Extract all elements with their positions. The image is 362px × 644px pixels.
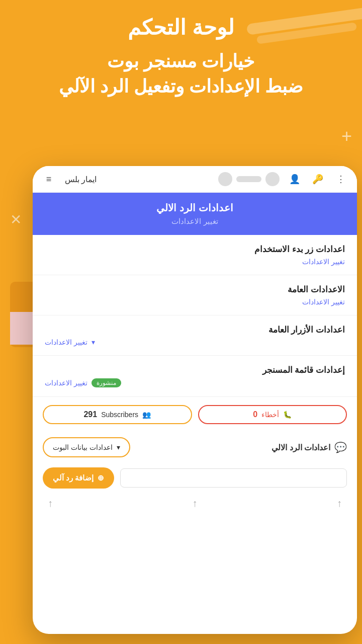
blue-card-title: اعدادات الرد الالي [43,202,347,214]
bg-x-icon: ✕ [10,211,22,228]
search-input[interactable] [120,468,347,488]
published-badge: منشورة [92,378,121,387]
settings-item-link-0[interactable]: تغيير الاعدادات [45,258,345,266]
settings-item-row-3: منشورة تغيير الاعدادات [45,378,345,387]
settings-list: اعدادات زر بدء الاستخدام تغيير الاعدادات… [33,235,357,397]
bot-settings-arrow: ▾ [117,443,120,451]
settings-item-buttons: اعدادات الأزرار العامة ▾ تغيير الاعدادات [33,315,357,356]
settings-item-link-3[interactable]: تغيير الاعدادات [45,379,87,387]
settings-item-messenger: إعدادات قائمة المسنجر منشورة تغيير الاعد… [33,356,357,397]
add-reply-button[interactable]: ⊕ إضافة رد آلي [43,467,114,489]
toggle-circle2 [265,172,280,186]
subtitle-line1: خيارات مسنجر بوت [0,49,362,74]
dots-menu-icon[interactable]: ⋮ [333,171,349,187]
phone-topbar: ≡ ايمار بلس 👤 🔑 ⋮ [33,166,357,193]
menu-icon[interactable]: ≡ [41,171,57,187]
settings-item-start: اعدادات زر بدء الاستخدام تغيير الاعدادات [33,235,357,275]
bottom-arrows: ↑ ↑ ↑ [33,494,357,512]
auto-reply-label: اعدادات الرد الالي [272,443,330,452]
arrow-up-right: ↑ [337,498,342,509]
add-reply-icon: ⊕ [98,473,104,482]
subscribers-count: 291 [83,410,97,419]
topbar-right: 👤 🔑 ⋮ [218,171,349,187]
action-row: 💬 اعدادات الرد الالي ▾ اعدادات بيانات ال… [33,432,357,462]
errors-count: 0 [253,410,257,419]
page-subtitle: خيارات مسنجر بوت ضبط الإعدادات وتفعيل ال… [0,49,362,100]
settings-item-link-1[interactable]: تغيير الاعدادات [45,298,345,306]
add-reply-row: ⊕ إضافة رد آلي [33,462,357,494]
user-icon[interactable]: 👤 [287,171,303,187]
errors-label: أخطاء [261,411,279,419]
settings-item-title-3: إعدادات قائمة المسنجر [45,365,345,375]
auto-reply-settings-card: اعدادات الرد الالي تغيير الاعدادات [33,193,357,235]
bot-settings-label: اعدادات بيانات البوت [53,443,113,451]
settings-item-link-2[interactable]: تغيير الاعدادات [45,338,87,346]
subscribers-icon: 👥 [142,411,151,419]
settings-item-row-2: ▾ تغيير الاعدادات [45,338,345,346]
settings-item-title-2: اعدادات الأزرار العامة [45,325,345,335]
toggle-bar [236,176,261,182]
settings-item-title-1: الاعدادات العامة [45,284,345,295]
subscribers-badge: 291 Subscribers 👥 [43,405,192,424]
page-title: لوحة التحكم [0,15,362,40]
stats-row: 291 Subscribers 👥 0 أخطاء 🐛 [33,397,357,432]
auto-reply-settings-btn[interactable]: 💬 اعدادات الرد الالي [272,441,347,453]
settings-item-title-0: اعدادات زر بدء الاستخدام [45,244,345,255]
header-section: لوحة التحكم خيارات مسنجر بوت ضبط الإعداد… [0,15,362,100]
errors-icon: 🐛 [283,411,292,419]
chat-icon: 💬 [334,441,347,453]
bot-settings-btn[interactable]: ▾ اعدادات بيانات البوت [43,437,130,457]
topbar-left: ≡ ايمار بلس [41,171,97,187]
blue-card-link[interactable]: تغيير الاعدادات [43,217,347,226]
arrow-up-left: ↑ [48,498,53,509]
phone-mockup: ≡ ايمار بلس 👤 🔑 ⋮ اعدادات الرد الالي تغي… [33,166,357,634]
key-icon[interactable]: 🔑 [310,171,326,187]
bg-plus-icon1: + [341,126,352,147]
subtitle-line2: ضبط الإعدادات وتفعيل الرد الآلي [0,74,362,99]
arrow-up-center: ↑ [193,498,198,509]
errors-badge: 0 أخطاء 🐛 [198,405,347,424]
toggle-circle [218,172,232,186]
arrow-down-icon: ▾ [92,338,95,346]
topbar-toggle [218,172,280,186]
add-reply-label: إضافة رد آلي [53,473,94,482]
topbar-name: ايمار بلس [65,175,97,184]
subscribers-label: Subscribers [101,411,138,419]
settings-item-general: الاعدادات العامة تغيير الاعدادات [33,275,357,315]
